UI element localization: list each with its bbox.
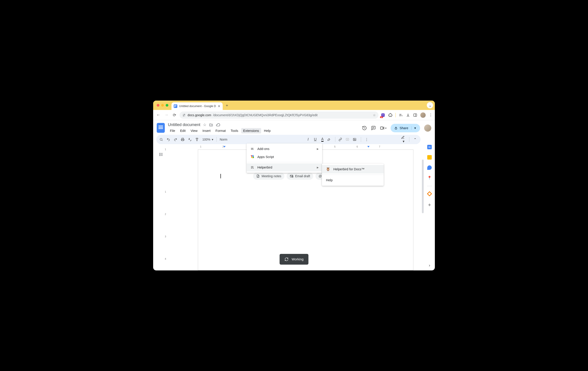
- submenu-item-open-helperbird[interactable]: 🦉 Helperbird for Docs™: [322, 165, 384, 174]
- undo-button[interactable]: [167, 138, 171, 141]
- nav-forward-button[interactable]: →: [163, 113, 169, 117]
- owl-icon: 🦉: [326, 167, 330, 171]
- submenu-item-help[interactable]: Help: [322, 176, 384, 184]
- menu-item-helperbird[interactable]: Helperbird ▶: [247, 163, 322, 171]
- toolbar-separator: [361, 137, 361, 142]
- toolbar-separator: [396, 113, 396, 117]
- share-dropdown-button[interactable]: ▾: [411, 126, 418, 130]
- menu-bar: File Edit View Insert Format Tools Exten…: [168, 128, 273, 134]
- ruler-tick: 1: [162, 148, 169, 151]
- close-window-button[interactable]: [157, 104, 159, 107]
- vertical-scrollbar[interactable]: [422, 160, 424, 213]
- menu-item-addons[interactable]: Add-ons ▶: [247, 145, 322, 153]
- site-settings-icon[interactable]: [182, 113, 186, 117]
- addon-sidepanel-icon[interactable]: [427, 191, 432, 196]
- search-menus-icon[interactable]: [159, 138, 164, 141]
- keep-sidepanel-icon[interactable]: [427, 155, 432, 160]
- menu-item-label: Add-ons: [257, 147, 269, 151]
- chip-email-draft[interactable]: Email draft: [287, 173, 313, 180]
- svg-point-1: [183, 115, 184, 116]
- insert-link-button[interactable]: [338, 138, 343, 141]
- zoom-selector[interactable]: 100% ▾: [202, 138, 213, 141]
- italic-button[interactable]: I: [306, 137, 311, 142]
- submenu-item-label: Help: [326, 178, 333, 182]
- side-panel: ＋ ›: [424, 140, 435, 270]
- toast-label: Working: [292, 258, 304, 261]
- contacts-sidepanel-icon[interactable]: [427, 165, 432, 170]
- get-addons-button[interactable]: ＋: [427, 201, 432, 208]
- browser-tab[interactable]: Untitled document - Google D ✕: [171, 102, 223, 110]
- media-playlist-icon[interactable]: [399, 113, 403, 117]
- highlight-color-button[interactable]: [327, 138, 332, 141]
- ruler-tick: 7: [379, 145, 380, 148]
- menu-item-label: Apps Script: [257, 155, 274, 159]
- menu-view[interactable]: View: [189, 128, 200, 134]
- tab-close-button[interactable]: ✕: [218, 104, 220, 108]
- ruler-tick: 2: [162, 213, 169, 216]
- reader-sidebar-icon[interactable]: [413, 113, 417, 117]
- extensions-puzzle-icon[interactable]: [388, 113, 392, 117]
- hide-sidepanel-button[interactable]: ›: [429, 263, 430, 268]
- comments-icon[interactable]: [371, 126, 376, 131]
- editing-mode-button[interactable]: ▾: [401, 136, 406, 144]
- menu-item-apps-script[interactable]: Apps Script: [247, 153, 322, 161]
- ruler-tick: 3: [162, 235, 169, 238]
- extension-helperbird-icon[interactable]: off: [381, 113, 385, 117]
- browser-window: Untitled document - Google D ✕ ＋ ⌄ ← → ⟳…: [153, 101, 435, 270]
- insert-image-button[interactable]: [353, 138, 358, 141]
- calendar-sidepanel-icon[interactable]: [427, 145, 432, 149]
- omnibox[interactable]: docs.google.com/document/d/1hXDjQgDtCNUG…: [179, 112, 378, 119]
- account-avatar[interactable]: [424, 124, 431, 132]
- star-document-button[interactable]: ☆: [203, 123, 206, 127]
- svg-point-15: [160, 155, 160, 156]
- document-title[interactable]: Untitled document: [168, 123, 200, 127]
- menu-format[interactable]: Format: [213, 128, 228, 134]
- first-line-indent-marker[interactable]: [223, 146, 226, 147]
- maps-sidepanel-icon[interactable]: [427, 176, 432, 180]
- ruler-tick: 6: [357, 145, 358, 148]
- minimize-window-button[interactable]: [161, 104, 164, 107]
- new-tab-button[interactable]: ＋: [225, 103, 229, 108]
- menu-file[interactable]: File: [168, 128, 177, 134]
- maximize-window-button[interactable]: [166, 104, 168, 107]
- svg-point-14: [160, 154, 160, 155]
- toolbar-overflow-button[interactable]: ⋮: [364, 137, 369, 142]
- meet-button[interactable]: ▾: [380, 126, 387, 131]
- chip-meeting-notes[interactable]: Meeting notes: [253, 173, 284, 180]
- collapse-toolbar-button[interactable]: ⌃: [412, 137, 417, 142]
- docs-logo-icon[interactable]: [157, 123, 165, 133]
- bookmark-star-icon[interactable]: ☆: [373, 113, 376, 117]
- cloud-status-icon[interactable]: [216, 123, 220, 127]
- svg-point-3: [382, 114, 383, 115]
- chrome-menu-button[interactable]: ⋮: [429, 113, 433, 117]
- redo-button[interactable]: [174, 138, 179, 141]
- print-button[interactable]: [181, 138, 186, 141]
- svg-point-4: [383, 114, 384, 115]
- chip-label: Email draft: [295, 174, 310, 178]
- add-comment-button[interactable]: [346, 138, 351, 141]
- nav-back-button[interactable]: ←: [155, 113, 161, 117]
- spellcheck-button[interactable]: [188, 138, 193, 141]
- menu-help[interactable]: Help: [262, 128, 273, 134]
- nav-reload-button[interactable]: ⟳: [171, 113, 177, 118]
- move-document-button[interactable]: [209, 123, 213, 127]
- paragraph-style-selector[interactable]: Norm: [220, 138, 227, 141]
- downloads-icon[interactable]: [406, 113, 410, 117]
- text-color-button[interactable]: A: [320, 137, 325, 142]
- share-button[interactable]: Share ▾: [391, 124, 420, 132]
- menu-edit[interactable]: Edit: [178, 128, 188, 134]
- menu-tools[interactable]: Tools: [229, 128, 240, 134]
- paint-format-button[interactable]: [195, 138, 200, 141]
- working-toast: Working: [280, 254, 309, 265]
- profile-avatar-button[interactable]: [420, 113, 426, 118]
- tabs-overflow-button[interactable]: ⌄: [427, 102, 433, 108]
- menu-extensions[interactable]: Extensions: [241, 128, 261, 134]
- menu-insert[interactable]: Insert: [200, 128, 213, 134]
- version-history-icon[interactable]: [362, 126, 367, 131]
- right-indent-marker[interactable]: [367, 146, 369, 147]
- underline-button[interactable]: U: [313, 137, 318, 142]
- sync-icon: [285, 257, 289, 261]
- ruler-tick: 1: [162, 191, 169, 193]
- ruler-tick: 5: [334, 145, 336, 148]
- addons-icon: [250, 147, 254, 151]
